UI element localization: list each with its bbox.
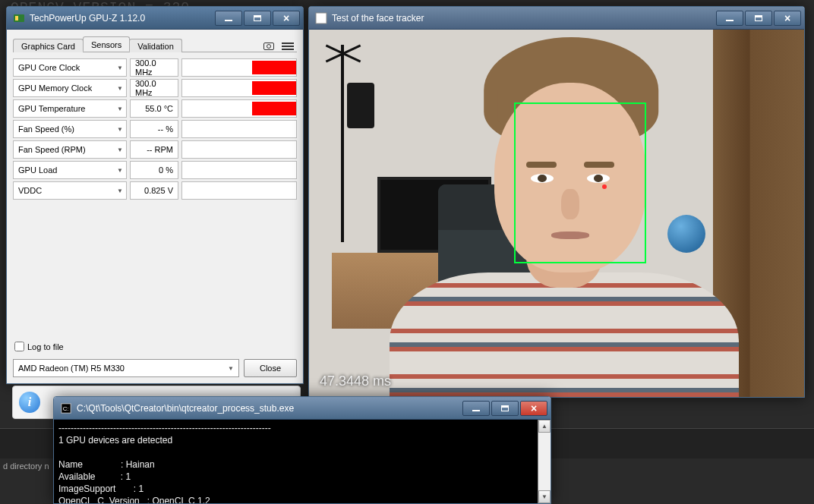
- sensor-graph: [181, 181, 297, 200]
- chevron-down-icon: ▼: [228, 365, 234, 372]
- gpuz-window: TechPowerUp GPU-Z 1.12.0 × Graphics Card…: [6, 6, 304, 384]
- scroll-track[interactable]: [538, 433, 551, 490]
- sensor-row: GPU Load▼0 %: [13, 161, 297, 179]
- chevron-down-icon: ▼: [117, 65, 123, 71]
- tab-graphics-card[interactable]: Graphics Card: [13, 39, 84, 52]
- sensor-graph: [181, 58, 297, 77]
- log-to-file-label[interactable]: Log to file: [27, 342, 64, 351]
- face-detection-box: [514, 102, 646, 263]
- close-window-button[interactable]: ×: [520, 401, 547, 416]
- sensor-graph: [181, 120, 297, 138]
- tracker-window: Test of the face tracker ×: [308, 6, 805, 398]
- tracker-viewport: 47.3448 ms: [309, 30, 804, 397]
- sensor-name[interactable]: Fan Speed (%)▼: [13, 120, 127, 138]
- console-titlebar[interactable]: C: C:\Qt\Tools\QtCreator\bin\qtcreator_p…: [54, 397, 551, 420]
- sensor-graph: [181, 79, 297, 97]
- sensor-graph: [181, 161, 297, 179]
- chevron-down-icon: ▼: [117, 106, 123, 112]
- maximize-button[interactable]: [244, 11, 271, 26]
- chevron-down-icon: ▼: [117, 146, 123, 153]
- gpuz-app-icon: [13, 12, 25, 24]
- sensor-name[interactable]: Fan Speed (RPM)▼: [13, 140, 127, 159]
- tracker-title: Test of the face tracker: [332, 13, 716, 24]
- sensor-graph: [181, 99, 297, 118]
- device-select[interactable]: AMD Radeon (TM) R5 M330 ▼: [13, 359, 239, 377]
- device-select-value: AMD Radeon (TM) R5 M330: [18, 364, 125, 373]
- log-to-file-checkbox[interactable]: [14, 342, 24, 351]
- chevron-down-icon: ▼: [117, 187, 123, 194]
- sensor-graph: [181, 140, 297, 159]
- chevron-down-icon: ▼: [117, 126, 123, 133]
- scrollbar[interactable]: ▲ ▼: [538, 420, 551, 503]
- console-app-icon: C:: [60, 402, 72, 414]
- maximize-button[interactable]: [745, 11, 772, 26]
- close-window-button[interactable]: ×: [774, 11, 801, 26]
- svg-rect-1: [15, 16, 18, 20]
- gpuz-tabs: Graphics Card Sensors Validation: [13, 34, 297, 52]
- tab-validation[interactable]: Validation: [129, 39, 182, 52]
- tracker-titlebar[interactable]: Test of the face tracker ×: [309, 7, 804, 30]
- sensor-value: 55.0 °C: [130, 99, 178, 118]
- sensor-value: -- %: [130, 120, 178, 138]
- minimize-button[interactable]: [716, 11, 743, 26]
- console-window: C: C:\Qt\Tools\QtCreator\bin\qtcreator_p…: [53, 396, 551, 504]
- sensor-row: GPU Core Clock▼300.0 MHz: [13, 58, 297, 77]
- sensor-name[interactable]: GPU Memory Clock▼: [13, 79, 127, 97]
- svg-text:C:: C:: [63, 405, 69, 411]
- sensor-value: 300.0 MHz: [130, 79, 178, 97]
- minimize-button[interactable]: [462, 401, 490, 416]
- background-side-text: d directory n: [0, 458, 52, 474]
- sensor-row: GPU Temperature▼55.0 °C: [13, 99, 297, 118]
- gpuz-title: TechPowerUp GPU-Z 1.12.0: [30, 13, 215, 24]
- sensor-name[interactable]: GPU Temperature▼: [13, 99, 127, 118]
- minimize-button[interactable]: [215, 11, 242, 26]
- info-icon: i: [19, 392, 40, 413]
- face-detection-point: [602, 184, 607, 189]
- sensor-name[interactable]: GPU Load▼: [13, 161, 127, 179]
- sensor-row: Fan Speed (%)▼-- %: [13, 120, 297, 138]
- sensor-value: 300.0 MHz: [130, 58, 178, 77]
- sensor-row: VDDC▼0.825 V: [13, 181, 297, 200]
- sensor-value: 0 %: [130, 161, 178, 179]
- maximize-button[interactable]: [491, 401, 519, 416]
- chevron-down-icon: ▼: [117, 167, 123, 174]
- log-to-file-row: Log to file: [13, 337, 297, 356]
- sensor-row: Fan Speed (RPM)▼-- RPM: [13, 140, 297, 159]
- sensor-value: -- RPM: [130, 140, 178, 159]
- tab-sensors[interactable]: Sensors: [83, 36, 130, 52]
- console-title: C:\Qt\Tools\QtCreator\bin\qtcreator_proc…: [77, 403, 462, 414]
- tracker-app-icon: [315, 12, 327, 24]
- sensor-name[interactable]: GPU Core Clock▼: [13, 58, 127, 77]
- scroll-down-button[interactable]: ▼: [538, 490, 551, 503]
- close-button[interactable]: Close: [244, 359, 297, 377]
- screenshot-icon[interactable]: [263, 41, 276, 52]
- sensor-name[interactable]: VDDC▼: [13, 181, 127, 200]
- sensor-value: 0.825 V: [130, 181, 178, 200]
- sensor-table: GPU Core Clock▼300.0 MHzGPU Memory Clock…: [13, 52, 297, 205]
- sensor-row: GPU Memory Clock▼300.0 MHz: [13, 79, 297, 97]
- close-window-button[interactable]: ×: [273, 11, 300, 26]
- chevron-down-icon: ▼: [117, 85, 123, 92]
- svg-rect-2: [316, 13, 327, 24]
- gpuz-titlebar[interactable]: TechPowerUp GPU-Z 1.12.0 ×: [7, 7, 303, 30]
- console-output[interactable]: ----------------------------------------…: [54, 420, 551, 503]
- scroll-up-button[interactable]: ▲: [538, 420, 551, 433]
- frame-time-text: 47.3448 ms: [320, 373, 391, 389]
- menu-icon[interactable]: [282, 41, 294, 52]
